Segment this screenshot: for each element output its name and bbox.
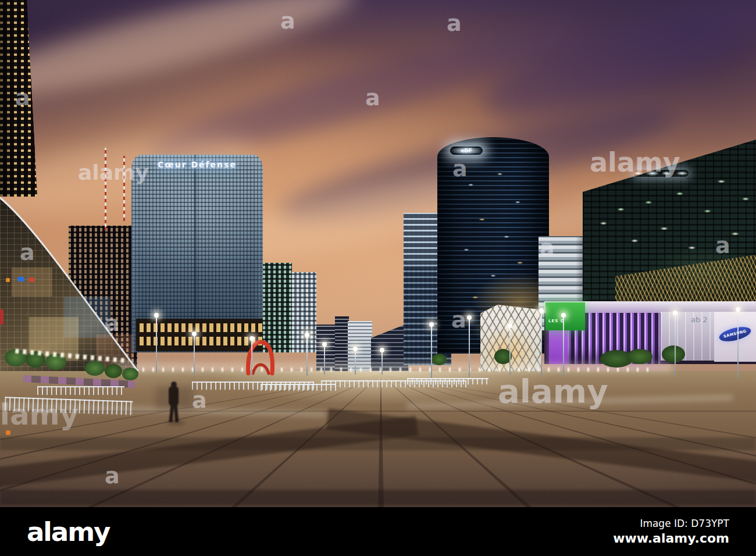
alamy-url-text: www.alamy.com <box>613 531 729 546</box>
alamy-logo: alamy <box>27 519 109 545</box>
vignette <box>0 0 756 507</box>
alamy-watermark-bar: alamy Image ID: D73YPT www.alamy.com <box>0 507 756 556</box>
image-id-text: Image ID: D73YPT <box>613 518 729 529</box>
stock-photo-la-defense-night: Cœur Défense eDF ab 2 SAMSUNG LES Q <box>0 0 756 556</box>
image-credit-block: Image ID: D73YPT www.alamy.com <box>613 518 729 546</box>
